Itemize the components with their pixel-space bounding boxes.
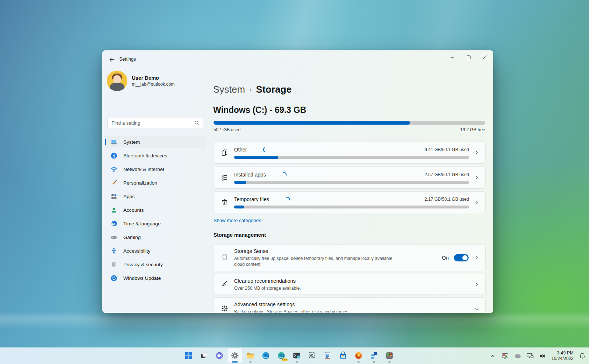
category-card-other[interactable]: Other 9.41 GB/50.1 GB used	[213, 142, 486, 164]
sidebar-item-accounts[interactable]: Accounts	[105, 204, 207, 216]
show-more-categories-link[interactable]: Show more categories	[214, 218, 261, 223]
chevron-down-icon	[474, 307, 479, 312]
sidebar-item-network[interactable]: Network & internet	[105, 163, 207, 175]
search-box[interactable]	[107, 118, 203, 128]
installed-apps-icon	[221, 174, 229, 183]
sidebar-item-time-language[interactable]: Time & language	[105, 217, 207, 230]
search-input[interactable]	[108, 120, 194, 126]
task-view-icon	[200, 351, 208, 360]
close-button[interactable]	[477, 51, 493, 64]
broom-icon	[221, 280, 229, 289]
chevron-right-icon	[474, 255, 479, 260]
snipping-tool-icon	[308, 351, 317, 360]
titlebar[interactable]: Settings	[103, 51, 493, 68]
sidebar-item-label: Network & internet	[123, 167, 164, 172]
settings-window: Settings User Demo m__lab@outlook.com	[102, 50, 493, 313]
tray-chevron-up[interactable]	[488, 350, 497, 361]
sidebar-item-label: Privacy & security	[123, 262, 163, 267]
cleanup-description: Over 256 MB of storage available.	[234, 285, 403, 291]
network-display-icon[interactable]	[526, 350, 535, 361]
category-value: 2.57 GB/50.1 GB used	[424, 172, 469, 177]
snipping-tool-button[interactable]	[305, 348, 320, 363]
chat-icon	[215, 351, 224, 360]
maximize-icon	[466, 55, 471, 60]
start-button[interactable]	[181, 348, 196, 363]
drive-usage-fill	[214, 121, 410, 125]
storage-sense-toggle[interactable]	[454, 254, 469, 261]
category-card-temporary-files[interactable]: Temporary files 2.17 GB/50.1 GB used	[213, 191, 486, 213]
task-view-button[interactable]	[197, 348, 211, 363]
folder-icon	[246, 351, 255, 360]
breadcrumb-system[interactable]: System	[213, 84, 245, 95]
minimize-button[interactable]	[444, 51, 461, 64]
firefox-icon	[354, 351, 363, 360]
category-bar	[234, 156, 469, 159]
chevron-right-icon	[474, 175, 479, 180]
chevron-right-icon	[474, 150, 479, 155]
edge-button[interactable]	[258, 348, 273, 363]
category-card-installed-apps[interactable]: Installed apps 2.57 GB/50.1 GB used	[213, 167, 486, 189]
toggle-state-label: On	[442, 255, 449, 261]
notification-bell-icon[interactable]	[578, 350, 587, 361]
sidebar-item-gaming[interactable]: Gaming	[105, 231, 207, 243]
profile-email: m__lab@outlook.com	[132, 82, 174, 87]
back-button[interactable]	[106, 54, 117, 65]
file-explorer-button[interactable]	[243, 348, 258, 363]
edge-icon	[261, 351, 270, 360]
sidebar-item-windows-update[interactable]: Windows Update	[105, 272, 207, 284]
storage-sense-icon	[221, 253, 229, 263]
sidebar-item-privacy[interactable]: Privacy & security	[105, 258, 207, 271]
drive-used-label: 50.1 GB used	[214, 127, 240, 132]
sidebar-item-label: Accessibility	[123, 248, 151, 254]
settings-gear-icon	[230, 351, 239, 360]
edge-canary-button[interactable]: CAN	[274, 348, 289, 363]
media-player-button[interactable]	[382, 348, 397, 363]
accessibility-icon	[110, 247, 117, 254]
profile[interactable]: User Demo m__lab@outlook.com	[107, 71, 174, 91]
category-label: Other	[234, 147, 247, 153]
loading-spinner-icon	[281, 172, 287, 178]
onedrive-cloud-icon[interactable]	[513, 350, 522, 361]
firefox-button[interactable]	[351, 348, 366, 363]
sidebar-item-label: Apps	[123, 194, 135, 199]
sidebar-item-system[interactable]: System	[105, 136, 207, 148]
close-icon	[483, 55, 487, 60]
sidebar-item-accessibility[interactable]: Accessibility	[105, 245, 207, 257]
storage-sense-card[interactable]: Storage Sense Automatically free up spac…	[213, 244, 486, 271]
sidebar-item-personalization[interactable]: Personalization	[105, 176, 207, 189]
store-icon	[339, 351, 348, 360]
breadcrumb-separator-icon: ›	[250, 85, 252, 94]
maximize-button[interactable]	[461, 51, 477, 64]
feedback-hub-button[interactable]	[367, 348, 381, 363]
search-icon	[194, 120, 200, 126]
category-bar	[234, 181, 469, 184]
tray-app-icon[interactable]	[501, 350, 509, 361]
apps-icon	[110, 193, 117, 200]
cleanup-title: Cleanup recommendations	[234, 278, 412, 284]
sidebar-item-label: Gaming	[123, 235, 141, 240]
sidebar-item-label: Bluetooth & devices	[123, 153, 167, 158]
category-label: Temporary files	[234, 196, 269, 202]
chevron-right-icon	[474, 200, 479, 205]
category-label: Installed apps	[234, 172, 266, 178]
sidebar-item-bluetooth[interactable]: Bluetooth & devices	[105, 149, 207, 162]
clock[interactable]: 3:49 PM 10/24/2022	[551, 350, 574, 361]
breadcrumb: System › Storage	[213, 84, 292, 95]
sidebar-item-label: Personalization	[123, 180, 157, 186]
advanced-description: Backup options, Storage Spaces, other di…	[234, 309, 403, 313]
sidebar-item-apps[interactable]: Apps	[105, 190, 207, 203]
drive-title: Windows (C:) - 69.3 GB	[213, 105, 306, 115]
category-bar	[234, 206, 469, 208]
notepad-button[interactable]	[320, 348, 335, 363]
chat-button[interactable]	[212, 348, 227, 363]
chevron-up-icon	[490, 353, 495, 359]
settings-taskbar-button[interactable]	[228, 348, 242, 363]
advanced-storage-settings-card[interactable]: Advanced storage settings Backup options…	[213, 297, 486, 313]
microsoft-store-button[interactable]	[336, 348, 350, 363]
terminal-icon	[292, 351, 301, 360]
cleanup-recommendations-card[interactable]: Cleanup recommendations Over 256 MB of s…	[213, 274, 486, 295]
terminal-button[interactable]	[289, 348, 304, 363]
tray-date: 10/24/2022	[551, 356, 574, 361]
storage-management-heading: Storage management	[214, 232, 266, 238]
volume-icon[interactable]	[538, 350, 547, 361]
